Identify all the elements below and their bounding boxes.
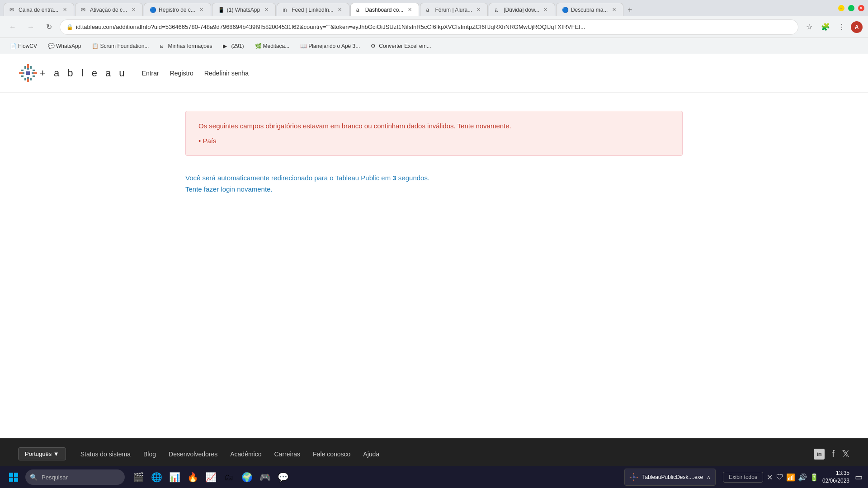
tab-bar: ✉ Caixa de entra... ✕✉ Ativação de c... … (4, 0, 833, 16)
browser-tab-tab6[interactable]: a Dashboard co... ✕ (350, 3, 420, 16)
tableau-logo: + a b l e a u (18, 63, 127, 83)
footer-nav-link[interactable]: Ajuda (363, 450, 379, 458)
twitter-icon[interactable]: 𝕏 (842, 448, 850, 460)
lock-icon: 🔒 (66, 24, 73, 30)
bookmark-item[interactable]: aMinhas formações (155, 41, 217, 51)
svg-rect-14 (33, 70, 35, 71)
download-item[interactable]: TableauPublicDesk....exe ∧ (624, 469, 716, 486)
footer-main: Português ▼ Status do sistemaBlogDesenvo… (0, 438, 868, 470)
taskbar-app-4[interactable]: 📈 (203, 469, 219, 485)
minimize-button[interactable]: − (838, 5, 844, 11)
linkedin-icon[interactable]: in (814, 449, 825, 460)
browser-tab-tab3[interactable]: 🔵 Registro de c... ✕ (144, 3, 211, 16)
footer-nav-link[interactable]: Blog (143, 450, 156, 458)
taskbar-app-8[interactable]: 💬 (275, 469, 291, 485)
bookmark-item[interactable]: 📄FlowCV (5, 41, 42, 51)
show-all-button[interactable]: Exibir todos (723, 472, 763, 483)
bookmark-item[interactable]: ⚙Converter Excel em... (366, 41, 435, 51)
svg-rect-12 (21, 70, 24, 71)
browser-tab-tab2[interactable]: ✉ Ativação de c... ✕ (75, 3, 143, 16)
header-nav-link[interactable]: Entrar (142, 70, 159, 77)
bookmark-star-button[interactable]: ☆ (802, 20, 816, 34)
tableau-logo-icon (18, 63, 38, 83)
tray-battery-icon[interactable]: 🔋 (810, 473, 819, 482)
back-button[interactable]: ← (5, 20, 20, 34)
svg-rect-4 (27, 68, 29, 70)
tray-wifi-icon[interactable]: 📶 (786, 473, 795, 482)
svg-rect-25 (634, 475, 635, 476)
browser-tab-tab9[interactable]: 🔵 Descubra ma... ✕ (556, 3, 623, 16)
footer-nav-link[interactable]: Fale conosco (313, 450, 350, 458)
svg-rect-0 (27, 64, 29, 68)
facebook-icon[interactable]: f (832, 448, 835, 460)
address-bar[interactable]: 🔒 id.tableau.com/additionalInfo?uid=5364… (60, 19, 798, 35)
svg-rect-19 (9, 478, 13, 482)
show-desktop-button[interactable]: ▭ (855, 472, 863, 482)
footer-nav-link[interactable]: Desenvolvedores (169, 450, 217, 458)
svg-rect-23 (630, 477, 631, 478)
svg-rect-9 (30, 66, 32, 69)
browser-tab-tab8[interactable]: a [Dúvida] dow... ✕ (489, 3, 555, 16)
footer-nav-link[interactable]: Status do sistema (80, 450, 131, 458)
browser-tab-tab4[interactable]: 📱 (1) WhatsApp ✕ (212, 3, 276, 16)
taskbar-clock[interactable]: 13:35 02/06/2023 (822, 469, 849, 485)
taskbar-app-3[interactable]: 🔥 (184, 469, 201, 485)
page-content: + a b l e a u EntrarRegistroRedefinir se… (0, 54, 868, 438)
maximize-button[interactable]: □ (848, 5, 854, 11)
browser-tab-tab5[interactable]: in Feed | LinkedIn... ✕ (277, 3, 349, 16)
taskbar-app-0[interactable]: 🎬 (130, 469, 146, 485)
taskbar-apps: 🎬🌐📊🔥📈🗂🌍🎮💬 (130, 469, 291, 485)
footer-nav: Status do sistemaBlogDesenvolvedoresAcad… (80, 450, 799, 458)
tray-volume-icon[interactable]: 🔊 (798, 473, 807, 482)
svg-rect-15 (33, 75, 35, 77)
tray-shield-icon[interactable]: 🛡 (776, 473, 783, 481)
footer-nav-link[interactable]: Carreiras (274, 450, 301, 458)
start-button[interactable] (5, 469, 22, 485)
browser-tab-tab7[interactable]: a Fórum | Alura... ✕ (420, 3, 488, 16)
new-tab-button[interactable]: + (623, 4, 636, 16)
profile-avatar[interactable]: A (851, 21, 863, 33)
svg-rect-8 (24, 66, 26, 69)
retry-login-link[interactable]: Tente fazer login novamente. (185, 185, 273, 193)
svg-rect-18 (14, 473, 18, 477)
header-nav-link[interactable]: Redefinir senha (204, 70, 249, 77)
close-download-button[interactable]: ✕ (767, 473, 773, 482)
tableau-logo-text: + a b l e a u (40, 67, 127, 79)
extensions-button[interactable]: 🧩 (818, 20, 833, 34)
svg-rect-17 (9, 473, 13, 477)
bookmark-item[interactable]: 🌿Meditaçã... (250, 41, 294, 51)
clock-time: 13:35 (822, 469, 849, 477)
taskbar: 🔍 🎬🌐📊🔥📈🗂🌍🎮💬 TableauPublicDesk....exe ∧ E… (0, 466, 868, 488)
language-selector[interactable]: Português ▼ (18, 447, 66, 460)
svg-rect-21 (634, 473, 635, 474)
bookmark-item[interactable]: 📋Scrum Foundation... (87, 41, 153, 51)
bookmark-item[interactable]: ▶(291) (218, 41, 248, 51)
browser-frame: ✉ Caixa de entra... ✕✉ Ativação de c... … (0, 0, 868, 488)
svg-rect-22 (634, 480, 635, 481)
header-nav-link[interactable]: Registro (170, 70, 193, 77)
browser-tab-tab1[interactable]: ✉ Caixa de entra... ✕ (4, 3, 74, 16)
forward-button[interactable]: → (24, 20, 38, 34)
taskbar-app-5[interactable]: 🗂 (221, 469, 237, 485)
reload-button[interactable]: ↻ (42, 20, 56, 34)
taskbar-app-7[interactable]: 🎮 (257, 469, 273, 485)
bookmark-item[interactable]: 📖Planejando o Apê 3... (296, 41, 364, 51)
close-button[interactable]: ✕ (858, 5, 864, 11)
main-area: Os seguintes campos obrigatórios estavam… (176, 93, 692, 224)
svg-rect-27 (632, 477, 632, 478)
taskbar-search-input[interactable] (25, 469, 125, 485)
svg-rect-6 (23, 72, 24, 74)
tableau-header: + a b l e a u EntrarRegistroRedefinir se… (0, 54, 868, 93)
svg-rect-11 (30, 78, 32, 80)
redirect-text-after: segundos. (396, 174, 429, 182)
svg-rect-24 (637, 477, 638, 478)
taskbar-app-1[interactable]: 🌐 (148, 469, 165, 485)
footer-nav-link[interactable]: Acadêmico (230, 450, 261, 458)
bookmark-item[interactable]: 💬WhatsApp (43, 41, 85, 51)
taskbar-app-2[interactable]: 📊 (166, 469, 183, 485)
taskbar-app-6[interactable]: 🌍 (239, 469, 255, 485)
toolbar-right: ☆ 🧩 ⋮ A (802, 20, 863, 34)
redirect-text-before: Você será automaticamente redirecionado … (185, 174, 392, 182)
menu-button[interactable]: ⋮ (835, 20, 849, 34)
windows-icon (9, 473, 18, 482)
